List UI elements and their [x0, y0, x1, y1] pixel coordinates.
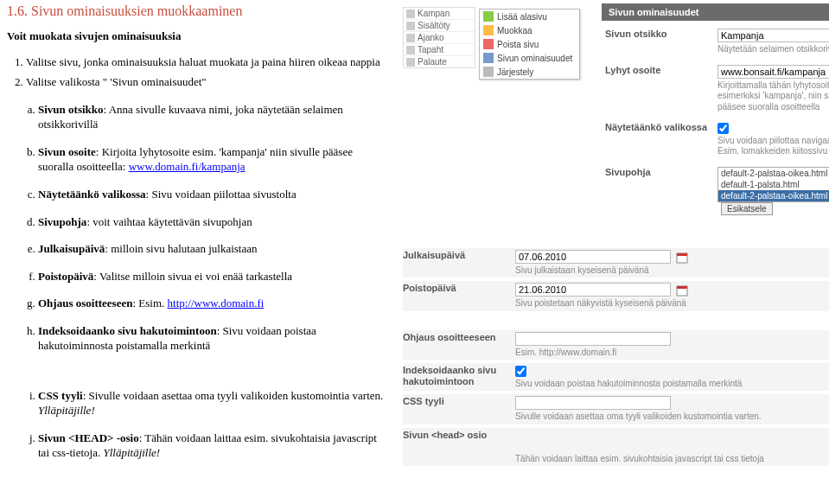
- hint-index: Sivu voidaan poistaa hakutoiminnosta poi…: [515, 379, 829, 390]
- sort-icon: [483, 67, 494, 77]
- page-icon: [406, 10, 415, 18]
- detail-b: Sivun osoite: Kirjoita lyhytosoite esim.…: [38, 144, 387, 175]
- calendar-icon[interactable]: [676, 252, 688, 264]
- tree-item-label: Tapaht: [418, 45, 443, 54]
- template-option[interactable]: default-1-palsta.html: [718, 179, 829, 190]
- tree-item[interactable]: Ajanko: [404, 32, 475, 44]
- input-publish-date[interactable]: [515, 250, 671, 264]
- ctx-label: Poista sivu: [497, 40, 539, 49]
- detail-f-text: : Valitse milloin sivua ei voi enää tark…: [93, 270, 292, 283]
- detail-b-bold: Sivun osoite: [38, 145, 96, 158]
- tree-item-label: Sisältöty: [418, 21, 450, 30]
- label-remove-date: Poistopäivä: [403, 283, 515, 293]
- tree-item[interactable]: Palaute: [404, 56, 475, 67]
- detail-b-link[interactable]: www.domain.fi/kampanja: [129, 160, 246, 173]
- preview-button[interactable]: Esikatsele: [721, 202, 773, 215]
- label-head: Sivun <head> osio: [403, 430, 515, 440]
- detail-d-bold: Sivupohja: [38, 215, 86, 228]
- template-option-selected[interactable]: default-2-palstaa-oikea.html: [718, 190, 829, 201]
- detail-i: CSS tyyli: Sivulle voidaan asettaa oma t…: [38, 388, 387, 418]
- label-css: CSS tyyli: [403, 396, 515, 406]
- ctx-delete[interactable]: Poista sivu: [480, 37, 579, 51]
- input-css[interactable]: [515, 396, 671, 410]
- alpha-details: Sivun otsikko: Anna sivulle kuvaava nimi…: [38, 102, 387, 461]
- step-1: Valitse sivu, jonka ominaisuuksia haluat…: [26, 55, 387, 70]
- detail-d-text: : voit vaihtaa käytettävän sivupohjan: [86, 215, 252, 228]
- plus-icon: [483, 11, 494, 22]
- detail-g-bold: Ohjaus osoitteeseen: [38, 297, 132, 309]
- checkbox-show-in-menu[interactable]: [717, 123, 729, 134]
- checkbox-index[interactable]: [515, 366, 526, 377]
- ctx-edit[interactable]: Muokkaa: [480, 23, 579, 37]
- trash-icon: [483, 39, 494, 49]
- field-show-in-menu: Näytetäänkö valikossa Sivu voidaan piilo…: [602, 119, 829, 164]
- hint-title: Näytetään selaimen otsikkorivillä: [717, 44, 829, 55]
- detail-e-text: : milloin sivu halutaan julkaistaan: [105, 242, 257, 255]
- label-index: Indeksoidaanko sivu hakutoimintoon: [403, 365, 515, 387]
- detail-c-text: : Sivu voidaan piilottaa sivustolta: [146, 188, 297, 201]
- detail-h: Indeksoidaanko sivu hakutoimintoon: Sivu…: [38, 323, 387, 354]
- field-css: CSS tyyli Sivulle voidaan asettaa oma ty…: [403, 394, 829, 424]
- detail-i-bold: CSS tyyli: [38, 389, 83, 402]
- hint-remove-date: Sivu poistetaan näkyvistä kyseisenä päiv…: [515, 298, 829, 309]
- detail-h-bold: Indeksoidaanko sivu hakutoimintoon: [38, 324, 217, 337]
- detail-i-italic: Ylläpitäjille!: [38, 404, 95, 417]
- tree-item[interactable]: Sisältöty: [404, 20, 475, 32]
- page-icon: [406, 22, 415, 30]
- svg-rect-1: [677, 253, 687, 256]
- field-index: Indeksoidaanko sivu hakutoimintoon Sivu …: [403, 363, 829, 391]
- detail-e-bold: Julkaisupäivä: [38, 242, 105, 255]
- input-shorturl[interactable]: [717, 65, 829, 79]
- template-option[interactable]: default-2-palstaa-oikea.html: [718, 168, 829, 179]
- detail-c-bold: Näytetäänkö valikossa: [38, 188, 146, 201]
- label-template: Sivupohja: [605, 167, 717, 177]
- pencil-icon: [483, 25, 494, 35]
- wrench-icon: [483, 53, 494, 63]
- detail-g-link[interactable]: http://www.domain.fi: [168, 297, 265, 309]
- hint-publish-date: Sivu julkaistaan kyseisenä päivänä: [515, 265, 829, 277]
- svg-rect-3: [677, 286, 687, 289]
- input-remove-date[interactable]: [515, 283, 671, 297]
- input-title[interactable]: [717, 29, 829, 42]
- page-icon: [406, 34, 415, 42]
- ctx-label: Sivun ominaisuudet: [497, 54, 572, 63]
- field-head: Sivun <head> osio Tähän voidaan laittaa …: [403, 428, 829, 467]
- detail-e: Julkaisupäivä: milloin sivu halutaan jul…: [38, 241, 387, 257]
- field-shorturl: Lyhyt osoite Kirjoittamalla tähän lyhyto…: [602, 62, 829, 120]
- page-icon: [406, 46, 415, 54]
- tree-item-label: Palaute: [418, 57, 447, 67]
- ctx-properties[interactable]: Sivun ominaisuudet: [480, 51, 579, 65]
- detail-f-bold: Poistopäivä: [38, 270, 93, 283]
- detail-j-italic: Ylläpitäjille!: [103, 446, 160, 459]
- detail-g-text: : Esim.: [132, 297, 167, 309]
- detail-a-bold: Sivun otsikko: [38, 103, 104, 116]
- select-template[interactable]: default-2-palstaa-oikea.html default-1-p…: [717, 167, 829, 202]
- detail-f: Poistopäivä: Valitse milloin sivua ei vo…: [38, 269, 387, 284]
- tree-item[interactable]: Kampan: [404, 8, 475, 20]
- ctx-label: Järjestely: [497, 67, 533, 77]
- field-redirect: Ohjaus osoitteeseen Esim. http://www.dom…: [403, 330, 829, 360]
- detail-d: Sivupohja: voit vaihtaa käytettävän sivu…: [38, 214, 387, 230]
- field-publish-date: Julkaisupäivä Sivu julkaistaan kyseisenä…: [403, 248, 829, 278]
- detail-j: Sivun <HEAD> -osio: Tähän voidaan laitta…: [38, 431, 387, 461]
- ctx-label: Lisää alasivu: [497, 12, 547, 22]
- field-template: Sivupohja default-2-palstaa-oikea.html d…: [602, 164, 829, 222]
- hint-redirect: Esim. http://www.domain.fi: [515, 348, 829, 359]
- label-title: Sivun otsikko: [605, 29, 717, 39]
- ctx-sort[interactable]: Järjestely: [480, 65, 579, 79]
- tree-item-label: Ajanko: [418, 33, 444, 42]
- label-show-in-menu: Näytetäänkö valikossa: [605, 122, 717, 132]
- step-2: Valitse valikosta " 'Sivun ominaisuudet": [26, 75, 387, 90]
- ctx-add-subpage[interactable]: Lisää alasivu: [480, 10, 579, 23]
- numbered-steps: Valitse sivu, jonka ominaisuuksia haluat…: [26, 55, 387, 90]
- tree-item[interactable]: Tapaht: [404, 44, 475, 56]
- detail-a: Sivun otsikko: Anna sivulle kuvaava nimi…: [38, 102, 387, 132]
- hint-shorturl: Kirjoittamalla tähän lyhytosoitteen esim…: [717, 80, 829, 113]
- hint-head: Tähän voidaan laittaa esim. sivukohtaisi…: [515, 454, 829, 465]
- calendar-icon[interactable]: [676, 284, 688, 297]
- page-icon: [406, 58, 415, 67]
- page-tree[interactable]: Kampan Sisältöty Ajanko Tapaht Palaute: [403, 7, 475, 68]
- detail-c: Näytetäänkö valikossa: Sivu voidaan piil…: [38, 187, 387, 202]
- input-redirect[interactable]: [515, 332, 671, 346]
- hint-css: Sivulle voidaan asettaa oma tyyli valiko…: [515, 411, 829, 423]
